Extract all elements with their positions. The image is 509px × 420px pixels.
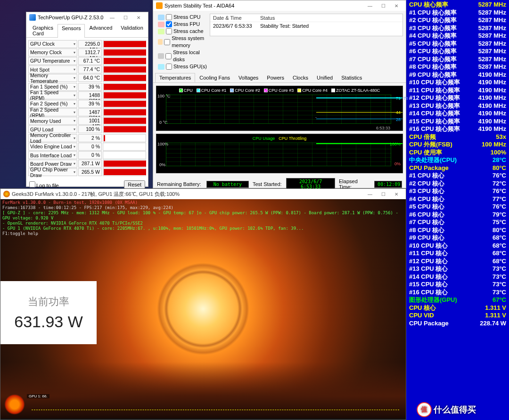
gpuz-tab[interactable]: Sensors: [57, 24, 85, 38]
sensor-bar: [103, 91, 146, 99]
stress-check[interactable]: Stress GPU(s): [158, 63, 210, 70]
sensor-bar: [103, 125, 146, 133]
reset-button[interactable]: Reset: [124, 180, 145, 189]
hwmon-row: #4 CPU 核心77°C: [409, 195, 506, 203]
hwmon-row: CPU VID1.311 V: [409, 312, 506, 320]
hwmon-row: #6 CPU 核心频率5287 MHz: [409, 48, 506, 56]
aida-tab[interactable]: Powers: [263, 73, 288, 82]
sensor-label[interactable]: Fan 2 Speed (RPM): [28, 108, 77, 116]
stress-check[interactable]: Stress CPU: [158, 14, 210, 21]
aida-titlebar[interactable]: System Stability Test - AIDA64 — ☐ ✕: [153, 0, 406, 11]
close-button[interactable]: ✕: [132, 13, 145, 22]
maximize-button[interactable]: ☐: [377, 1, 390, 10]
legend-item[interactable]: ✓CPU Core #2: [230, 88, 260, 93]
furmark-titlebar[interactable]: Geeks3D FurMark v1.30.0.0 - 217帧, GPU1 温…: [0, 189, 406, 199]
legend-item[interactable]: ✓CPU Core #3: [264, 88, 294, 93]
maximize-button[interactable]: ☐: [119, 13, 132, 22]
sensor-bar: [103, 83, 146, 91]
aida-tab[interactable]: Voltages: [234, 73, 263, 82]
hwmon-row: #3 CPU 核心频率5287 MHz: [409, 24, 506, 32]
sensor-label[interactable]: GPU Chip Power Draw: [28, 168, 77, 176]
sensor-bar: [103, 134, 146, 142]
hwmon-row: #8 CPU 核心80°C: [409, 226, 506, 234]
gpuz-tab[interactable]: Graphics Card: [28, 24, 57, 37]
hwmon-row: CPU Package228.74 W: [409, 320, 506, 328]
sensor-label[interactable]: Memory Temperature: [28, 74, 77, 82]
sensor-value: 100 %: [78, 125, 102, 133]
hwmon-row: #1 CPU 核心76°C: [409, 172, 506, 180]
sensor-value: 2295.0 MHz: [78, 40, 102, 48]
sensor-label[interactable]: Bus Interface Load: [28, 151, 77, 159]
hwmon-row: CPU 使用率100%: [409, 149, 506, 157]
stress-check[interactable]: Stress system memory: [158, 35, 210, 49]
log-to-file-checkbox[interactable]: Log to file: [29, 181, 59, 188]
sensor-value: 64.0 °C: [78, 74, 102, 82]
gpuz-titlebar[interactable]: TechPowerUp GPU-Z 2.53.0 — ☐ ✕: [26, 12, 148, 23]
sensor-row: Memory Used1001 MB: [28, 117, 146, 125]
legend-item: CPU Throttling: [279, 136, 306, 141]
gpuz-tab[interactable]: Validation: [116, 24, 148, 37]
gpuz-icon: [29, 14, 36, 21]
stress-check[interactable]: Stress local disks: [158, 49, 210, 63]
sensor-row: GPU Chip Power Draw265.5 W: [28, 168, 146, 177]
hardware-monitor-panel: CPU 核心频率5287 MHz#1 CPU 核心频率5287 MHz#2 CP…: [406, 0, 509, 420]
legend-item[interactable]: ✓CPU: [179, 88, 193, 93]
maximize-button[interactable]: ☐: [377, 189, 390, 199]
sensor-label[interactable]: Fan 1 Speed (RPM): [28, 91, 77, 99]
minimize-button[interactable]: —: [106, 13, 119, 22]
sensor-label[interactable]: GPU Temperature: [28, 57, 77, 65]
gpuz-window[interactable]: TechPowerUp GPU-Z 2.53.0 — ☐ ✕ Graphics …: [26, 12, 148, 187]
stress-check[interactable]: Stress cache: [158, 28, 210, 35]
watermark: 值 什么值得买: [417, 402, 509, 417]
minimize-button[interactable]: —: [363, 189, 377, 199]
gpuz-tab[interactable]: Advanced: [85, 24, 116, 37]
close-button[interactable]: ✕: [390, 1, 403, 10]
sensor-bar: [103, 151, 146, 159]
sensor-label[interactable]: Memory Clock: [28, 48, 77, 57]
sensor-value: 39 %: [78, 83, 102, 91]
furmark-temp-graph: GPU 1: 66.: [3, 395, 403, 416]
sensor-label[interactable]: Memory Controller Load: [28, 134, 77, 142]
hwmon-row: #16 CPU 核心频率4190 MHz: [409, 125, 506, 133]
legend-item[interactable]: ✓CPU Core #4: [297, 88, 328, 93]
sensor-value: 67.1 °C: [78, 57, 102, 65]
aida64-window[interactable]: System Stability Test - AIDA64 — ☐ ✕ Str…: [153, 0, 406, 188]
aida-tab[interactable]: Cooling Fans: [195, 73, 234, 82]
hwmon-row: #12 CPU 核心频率4190 MHz: [409, 94, 506, 102]
hwmon-row: #1 CPU 核心频率5287 MHz: [409, 9, 506, 17]
sensor-label[interactable]: Memory Used: [28, 117, 77, 125]
furmark-icon: [3, 191, 10, 197]
stress-check[interactable]: Stress FPU: [158, 21, 210, 28]
aida-tabs: TemperaturesCooling FansVoltagesPowersCl…: [153, 73, 406, 83]
sensor-value: 2 %: [78, 134, 102, 142]
hwmon-row: #3 CPU 核心76°C: [409, 187, 506, 195]
gpuz-sensors: GPU Clock2295.0 MHzMemory Clock1312.7 MH…: [26, 38, 148, 178]
furmark-window[interactable]: Geeks3D FurMark v1.30.0.0 - 217帧, GPU1 温…: [0, 188, 406, 420]
aida-tab[interactable]: Clocks: [288, 73, 312, 82]
hwmon-row: #7 CPU 核心频率5287 MHz: [409, 56, 506, 64]
sensor-bar: [103, 100, 146, 108]
close-button[interactable]: ✕: [390, 189, 403, 199]
hwmon-row: #4 CPU 核心频率5287 MHz: [409, 32, 506, 40]
hwmon-row: 图形处理器(GPU)67°C: [409, 296, 506, 304]
col-status: Status: [260, 15, 275, 21]
legend-item[interactable]: ✓CPU Core #1: [197, 88, 227, 93]
aida-title: System Stability Test - AIDA64: [164, 3, 234, 8]
gpuz-title: TechPowerUp GPU-Z 2.53.0: [38, 15, 103, 20]
aida-tab[interactable]: Unified: [312, 73, 337, 82]
sensor-row: Fan 1 Speed (RPM)1488 RPM: [28, 91, 146, 99]
hwmon-row: #11 CPU 核心频率4190 MHz: [409, 87, 506, 95]
sensor-label[interactable]: GPU Clock: [28, 40, 77, 48]
sensor-bar: [103, 160, 146, 168]
legend-item[interactable]: ✓ZOTAC ZT-SLAA-480C: [331, 88, 380, 93]
aida-tab[interactable]: Temperatures: [155, 73, 195, 82]
temperature-graph: ✓CPU✓CPU Core #1✓CPU Core #2✓CPU Core #3…: [156, 86, 403, 131]
hwmon-row: #10 CPU 核心频率4190 MHz: [409, 79, 506, 87]
sensor-label[interactable]: Video Engine Load: [28, 143, 77, 151]
stress-options: Stress CPU Stress FPU Stress cache Stres…: [156, 14, 210, 70]
sensor-value: 265.5 W: [78, 168, 102, 176]
hwmon-row: 中央处理器(CPU)28°C: [409, 156, 506, 164]
aida-tab[interactable]: Statistics: [337, 73, 366, 82]
minimize-button[interactable]: —: [363, 1, 377, 10]
sensor-row: Memory Controller Load2 %: [28, 134, 146, 142]
